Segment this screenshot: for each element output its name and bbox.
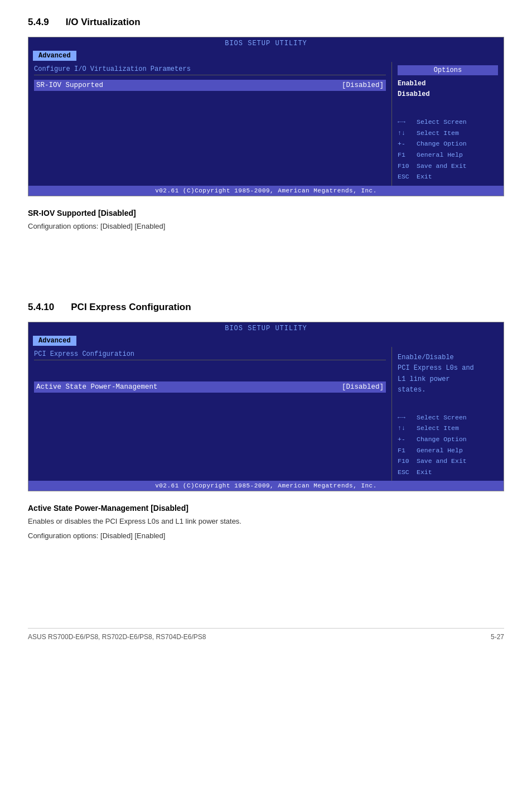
bios-tab-advanced-5410[interactable]: Advanced: [33, 336, 76, 346]
bios-header-549: BIOS SETUP UTILITY: [28, 37, 504, 50]
bios-row-label-sriov: SR-IOV Supported: [36, 81, 103, 89]
bios-key2-line-2: ↑↓ Select Item: [398, 423, 498, 434]
bios-key2-line-4: F1 General Help: [398, 445, 498, 456]
bios-tab-row-549: Advanced: [28, 50, 504, 62]
section-heading-5410: 5.4.10 PCI Express Configuration: [28, 302, 504, 313]
bios-left-5410: PCI Express Configuration Active State P…: [28, 347, 392, 481]
footer-left: ASUS RS700D-E6/PS8, RS702D-E6/PS8, RS704…: [28, 633, 206, 641]
desc-text-549: Configuration options: [Disabled] [Enabl…: [28, 221, 504, 232]
bios-left-549: Configure I/O Virtualization Parameters …: [28, 62, 392, 186]
page-footer: ASUS RS700D-E6/PS8, RS702D-E6/PS8, RS704…: [28, 628, 504, 641]
bios-options-549: Enabled Disabled: [398, 79, 498, 100]
desc-text-5410-line2: Configuration options: [Disabled] [Enabl…: [28, 530, 504, 542]
bios-footer-5410: v02.61 (C)Copyright 1985-2009, American …: [28, 481, 504, 491]
bios-right-title-549: Options: [398, 65, 498, 75]
bios-box-549: BIOS SETUP UTILITY Advanced Configure I/…: [28, 37, 504, 196]
desc-heading-5410: Active State Power-Management [Disabled]: [28, 504, 504, 513]
bios-box-5410: BIOS SETUP UTILITY Advanced PCI Express …: [28, 322, 504, 491]
bios-key-line-5: F10 Save and Exit: [398, 161, 498, 172]
bios-footer-549: v02.61 (C)Copyright 1985-2009, American …: [28, 186, 504, 196]
section-number-5410: 5.4.10: [28, 302, 54, 313]
bios-right-5410: Enable/Disable PCI Express L0s and L1 li…: [392, 347, 504, 481]
bios-body-5410: PCI Express Configuration Active State P…: [28, 347, 504, 481]
option-enabled-549[interactable]: Enabled: [398, 79, 498, 89]
bios-left-title-5410: PCI Express Configuration: [34, 350, 386, 360]
bios-key2-line-6: ESC Exit: [398, 467, 498, 478]
bios-keys-5410: ←→ Select Screen ↑↓ Select Item +- Chang…: [398, 412, 498, 477]
bios-row-sriov[interactable]: SR-IOV Supported [Disabled]: [34, 80, 386, 91]
bios-key-line-4: F1 General Help: [398, 149, 498, 161]
bios-header-5410: BIOS SETUP UTILITY: [28, 322, 504, 335]
section-title-549: I/O Virtualization: [66, 17, 141, 28]
bios-tab-advanced-549[interactable]: Advanced: [33, 51, 76, 61]
footer-right: 5-27: [491, 633, 504, 641]
bios-key2-line-1: ←→ Select Screen: [398, 412, 498, 423]
bios-key-line-2: ↑↓ Select Item: [398, 128, 498, 139]
bios-key2-line-5: F10 Save and Exit: [398, 456, 498, 467]
desc-text-5410-line1: Enables or disables the PCI Express L0s …: [28, 516, 504, 527]
section-heading-549: 5.4.9 I/O Virtualization: [28, 17, 504, 28]
desc-heading-549: SR-IOV Supported [Disabled]: [28, 209, 504, 218]
bios-tab-row-5410: Advanced: [28, 335, 504, 347]
bios-right-549: Options Enabled Disabled ←→ Select Scree…: [392, 62, 504, 186]
bios-body-549: Configure I/O Virtualization Parameters …: [28, 62, 504, 186]
bios-row-label-aspm: Active State Power-Management: [36, 383, 158, 391]
bios-keys-549: ←→ Select Screen ↑↓ Select Item +- Chang…: [398, 117, 498, 182]
section-title-5410: PCI Express Configuration: [71, 302, 191, 313]
bios-key-line-1: ←→ Select Screen: [398, 117, 498, 128]
bios-key-line-6: ESC Exit: [398, 171, 498, 182]
bios-key2-line-3: +- Change Option: [398, 434, 498, 445]
bios-key-line-3: +- Change Option: [398, 138, 498, 149]
option-disabled-549[interactable]: Disabled: [398, 89, 498, 100]
bios-row-aspm[interactable]: Active State Power-Management [Disabled]: [34, 381, 386, 393]
bios-row-value-aspm: [Disabled]: [342, 383, 384, 391]
section-number-549: 5.4.9: [28, 17, 49, 28]
bios-row-value-sriov: [Disabled]: [342, 81, 384, 89]
bios-desc-text-5410: Enable/Disable PCI Express L0s and L1 li…: [398, 352, 498, 395]
bios-left-title-549: Configure I/O Virtualization Parameters: [34, 65, 386, 75]
